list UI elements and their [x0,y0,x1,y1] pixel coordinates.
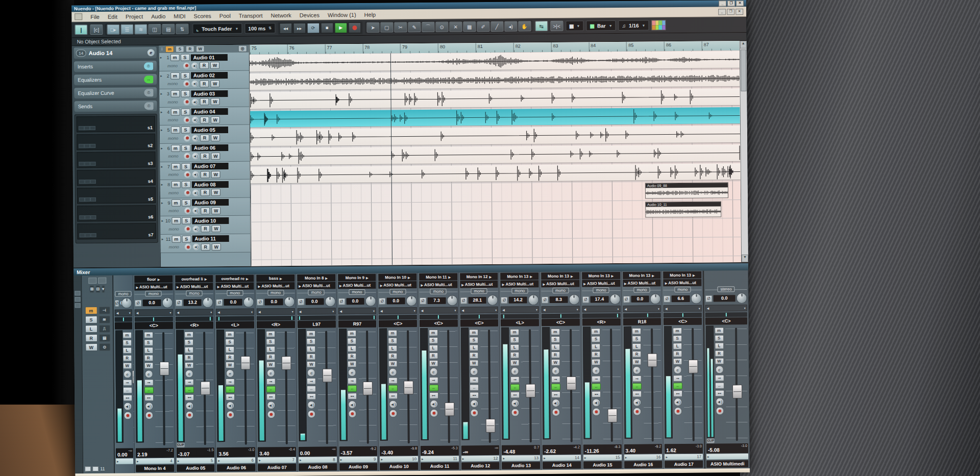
fader-cap[interactable] [404,381,413,394]
pan-control[interactable] [115,322,132,329]
channel-record-button[interactable] [226,411,234,419]
channel-monitor-button[interactable]: ◄) [348,400,356,409]
automation-time-field[interactable]: 100 ms ⇅ [244,23,275,33]
channel-w-button[interactable]: W [632,359,642,365]
track-monitor-button[interactable]: ◄) [192,226,199,232]
track-name[interactable]: Audio 03 [191,90,228,97]
track-folding-icon[interactable]: ◎ [238,45,247,52]
track-row[interactable]: ▸1mSAudio 01mono◄)RW [159,53,249,71]
track-solo-button[interactable]: S [181,72,190,79]
channel-record-button[interactable] [124,411,132,419]
phase-button[interactable]: Ø [115,299,119,307]
expand-track-icon[interactable]: ▸ [162,237,164,241]
pan-control[interactable]: <L> [216,321,254,329]
channel-m-button[interactable]: m [510,329,519,336]
eq-state-button[interactable]: ↔ [429,385,438,391]
channel-r-button[interactable]: R [632,351,642,358]
channel-name-label[interactable]: Audio 09 [339,463,378,471]
line-tool[interactable]: ╱ [491,21,503,32]
channel-name-label[interactable]: Audio 13 [502,462,541,469]
input-routing-select[interactable]: overhead re▶ [216,275,254,283]
channel-name-label[interactable]: Audio 12 [461,462,500,470]
channel-monitor-button[interactable]: ◄) [430,400,438,408]
channel-number[interactable] [706,454,748,460]
input-routing-select[interactable]: Mono In 13▶ [623,271,661,279]
audio-event[interactable] [250,51,740,72]
track-solo-button[interactable]: S [182,235,191,242]
global-r-button[interactable]: R [186,45,194,52]
inserts-state-button[interactable]: ⊸ [122,379,132,386]
channel-monitor-button[interactable]: ◄) [124,402,132,410]
global-m-button[interactable]: m [165,46,174,53]
track-name[interactable]: Audio 05 [191,127,228,134]
green-state-icon[interactable]: ↔ [144,76,153,83]
pan-control[interactable]: <C> [542,319,580,327]
channel-name-label[interactable]: Audio 08 [299,463,337,471]
channel-m-button[interactable]: m [122,332,132,338]
inserts-state-button[interactable]: ⊸ [673,375,682,382]
mixer-global-m-button[interactable]: m [85,307,97,314]
track-mute-button[interactable]: m [170,72,180,79]
channel-record-button[interactable] [593,408,601,416]
sends-state-button[interactable]: ⊷ [348,393,357,399]
rewind-button[interactable]: ◀◀ [279,22,292,33]
mixer-setting-icon[interactable] [98,278,106,284]
channel-monitor-button[interactable]: ◄) [226,402,234,410]
menu-item-transport[interactable]: Transport [235,12,267,18]
channel-r-button[interactable]: R [185,355,194,361]
track-monitor-button[interactable]: ◄) [191,81,198,87]
channel-l-button[interactable]: L [470,344,479,351]
track-solo-button[interactable]: S [182,199,191,206]
output-routing-select[interactable]: ▶ASIO Multi...ut [338,282,376,289]
channel-s-button[interactable]: S [347,338,356,344]
input-gain-value[interactable]: 17.4 [590,296,608,303]
channel-m-button[interactable]: m [266,331,275,337]
inserts-state-button[interactable]: ⊸ [510,377,520,383]
track-record-button[interactable] [184,226,191,232]
eq-state-button[interactable]: ↔ [348,385,357,392]
track-read-button[interactable]: R [200,116,209,123]
channel-l-button[interactable]: L [510,344,519,351]
audio-event[interactable] [251,163,741,184]
input-routing-select[interactable]: Mono In 10▶ [379,273,417,281]
clip-indicator[interactable]: CLIP [707,439,715,443]
channel-view-select[interactable]: ◀▾ [115,309,132,316]
pan-control[interactable]: R18 [623,318,662,325]
sends-state-button[interactable]: ⊷ [266,393,276,400]
channel-view-icon[interactable] [92,466,99,471]
snap-zero-button[interactable]: >|< [550,21,563,31]
output-routing-select[interactable]: ▶ASIO Multi...ut [623,279,661,287]
phase-button[interactable]: Ø [705,295,713,302]
channel-name-label[interactable]: Audio 11 [421,462,459,470]
volume-fader[interactable] [642,326,663,443]
track-write-button[interactable]: W [211,189,220,196]
range-selection-tool[interactable]: ▢ [380,22,393,32]
input-gain-value[interactable]: 0.0 [143,299,161,306]
inspector-section-equalizer-curve[interactable]: Equalizer Curve⦶ [74,87,157,98]
input-gain-knob[interactable] [284,296,295,307]
channel-m-button[interactable]: m [429,330,438,336]
channel-record-button[interactable] [471,409,479,417]
track-record-button[interactable] [184,208,191,214]
channel-s-button[interactable]: S [122,339,132,346]
inserts-state-button[interactable]: ⊸ [348,378,357,384]
channel-r-button[interactable]: R [715,350,724,357]
channel-view-select[interactable]: ◀▾ [664,305,702,312]
minimize-button[interactable]: _ [719,1,726,6]
input-gain-knob[interactable] [162,297,173,308]
channel-record-button[interactable] [716,407,724,415]
phase-button[interactable]: Ø [135,299,142,307]
audio-event-selected[interactable] [250,107,740,128]
channel-r-button[interactable]: R [122,355,132,361]
channel-w-button[interactable]: W [429,360,438,367]
output-routing-select[interactable]: ▶ASIO Multi...ut [297,282,335,289]
input-routing-select[interactable]: Mono In 11▶ [419,273,457,281]
window-minimize-button[interactable]: _ [718,9,726,15]
send-slot[interactable]: s4 [77,169,156,186]
track-record-button[interactable] [184,117,190,123]
channel-view-select[interactable]: ◀▾ [135,309,173,316]
audio-event[interactable] [250,126,740,146]
menu-item-midi[interactable]: MIDI [169,13,189,19]
channel-view-select[interactable]: ◀▾ [420,307,458,314]
menu-item-project[interactable]: Project [121,13,147,19]
